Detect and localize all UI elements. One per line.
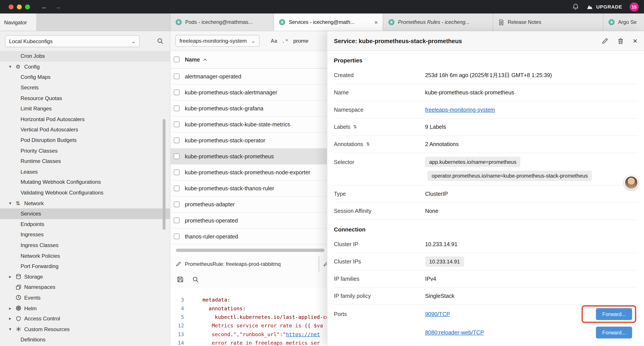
sidebar-item-port-forwarding[interactable]: Port Forwarding [0,261,170,271]
port-link[interactable]: 8080:reloader-web/TCP [425,330,484,336]
row-checkbox[interactable] [174,106,180,111]
sidebar-item-label: Storage [24,274,43,280]
sort-arrows-icon[interactable]: ⇅ [366,141,370,147]
sidebar-item-helm[interactable]: ▸Helm [0,303,170,313]
sidebar-item-vertical-pod-autoscalers[interactable]: Vertical Pod Autoscalers [0,124,170,135]
window-zoom-button[interactable] [25,4,30,9]
user-avatar[interactable] [624,176,638,190]
row-checkbox[interactable] [174,201,180,207]
sidebar-item-network[interactable]: ▾⇅Network [0,198,170,209]
sidebar-item-mutating-webhook-configurations[interactable]: Mutating Webhook Configurations [0,177,170,187]
asterisk-icon [16,326,24,332]
sidebar-item-config[interactable]: ▾⚙Config [0,61,170,72]
line-number: 4 [170,304,184,313]
sidebar-item-events[interactable]: Events [0,292,170,303]
scrollbar-thumb[interactable] [163,119,166,230]
sidebar-item-endpoints[interactable]: Endpoints [0,219,170,230]
namespace-link[interactable]: freeleaps-monitoring-system [425,107,495,113]
select-all-checkbox[interactable] [174,57,180,62]
delete-icon[interactable] [617,37,624,44]
window-close-button[interactable] [8,4,13,9]
property-row-selector: Selector app.kubernetes.io/name=promethe… [334,153,638,185]
sidebar-item-cron-jobs[interactable]: Cron Jobs [0,51,170,61]
sidebar-item-network-policies[interactable]: Network Policies [0,250,170,261]
search-input[interactable]: prome [293,38,308,44]
navigator-panel-label: Navigator [0,13,36,31]
forward-button[interactable]: Forward... [596,308,632,320]
row-checkbox[interactable] [174,233,180,239]
row-checkbox[interactable] [174,122,180,127]
sidebar-item-priority-classes[interactable]: Priority Classes [0,145,170,156]
sidebar-scrollbar[interactable] [163,119,166,230]
service-name: kube-prometheus-stack-kube-state-metrics [185,121,290,127]
chevron-expanded-icon[interactable]: ▾ [9,64,16,69]
column-header-name[interactable]: Name [185,56,207,63]
sidebar-item-access-control[interactable]: ▸Access Control [0,313,170,324]
chevron-collapsed-icon[interactable]: ▸ [9,306,16,311]
regex-toggle[interactable]: .* [282,38,289,44]
upgrade-button[interactable]: UPGRADE [587,3,622,10]
sidebar-item-namespaces[interactable]: Namespaces [0,282,170,292]
sidebar-item-runtime-classes[interactable]: Runtime Classes [0,156,170,166]
tab-pods[interactable]: Pods - icecheng@mathmas... [170,13,274,31]
edit-icon[interactable] [602,37,608,44]
chevron-expanded-icon[interactable]: ▾ [9,327,16,332]
table-horizontal-scrollbar[interactable] [170,249,327,252]
close-tab-icon[interactable]: × [372,19,378,26]
dock-tab-prometheusrule[interactable]: PrometheusRule: freeleaps-prod-rabbitmq [170,256,318,272]
sidebar-item-validating-webhook-configurations[interactable]: Validating Webhook Configurations [0,187,170,198]
history-back-button[interactable]: ← [41,3,48,10]
sidebar-item-config-maps[interactable]: Config Maps [0,72,170,82]
sidebar-item-pod-disruption-budgets[interactable]: Pod Disruption Budgets [0,135,170,145]
chevron-collapsed-icon[interactable]: ▸ [9,316,16,321]
sort-arrows-icon[interactable]: ⇅ [353,124,357,130]
upgrade-label: UPGRADE [596,4,622,10]
sidebar-item-secrets[interactable]: Secrets [0,82,170,93]
chevron-expanded-icon[interactable]: ▾ [9,201,16,206]
sidebar-item-resource-quotas[interactable]: Resource Quotas [0,93,170,103]
row-checkbox[interactable] [174,153,180,159]
notification-count-badge[interactable]: 15 [630,2,638,11]
sidebar-item-storage[interactable]: ▸Storage [0,271,170,282]
sidebar-item-horizontal-pod-autoscalers[interactable]: Horizontal Pod Autoscalers [0,114,170,124]
sidebar-item-limit-ranges[interactable]: Limit Ranges [0,103,170,114]
sidebar-item-ingresses[interactable]: Ingresses [0,230,170,240]
forward-button[interactable]: Forward... [596,327,632,338]
sidebar-item-leases[interactable]: Leases [0,166,170,177]
sidebar-item-services[interactable]: Services [0,209,170,219]
namespace-selector[interactable]: freeleaps-monitoring-system ⌄ [175,35,260,47]
property-row-created: Created 253d 16h 6m ago (2025年1月13日 GMT+… [334,67,638,84]
tab-prometheus-rules[interactable]: Prometheus Rules - icecheng... [383,13,493,31]
sidebar-item-label: Runtime Classes [20,158,61,164]
kubernetes-icon [388,19,395,25]
chevron-collapsed-icon[interactable]: ▸ [9,274,16,279]
sidebar-item-definitions[interactable]: Definitions [0,335,170,345]
history-forward-button[interactable]: → [54,3,61,10]
match-case-toggle[interactable]: Aa [271,38,277,43]
scrollbar-thumb[interactable] [176,249,324,252]
row-checkbox[interactable] [174,169,180,175]
sidebar-item-label: Access Control [24,316,60,322]
port-link[interactable]: 9090/TCP [425,311,450,317]
row-checkbox[interactable] [174,89,180,95]
tab-argo[interactable]: Argo Se [603,13,644,31]
tab-services[interactable]: Services - icecheng@math... × [274,13,383,31]
sidebar-search-icon[interactable] [157,38,164,44]
row-checkbox[interactable] [174,137,180,143]
editor-search-icon[interactable] [192,276,199,283]
column-name-label: Name [185,56,200,63]
window-minimize-button[interactable] [17,4,22,9]
notifications-bell-icon[interactable] [572,3,579,10]
property-label: Name [334,89,425,95]
sidebar-item-ingress-classes[interactable]: Ingress Classes [0,240,170,251]
row-checkbox[interactable] [174,185,180,191]
close-drawer-icon[interactable]: × [633,37,638,45]
row-checkbox[interactable] [174,73,180,79]
tab-release-notes[interactable]: Release Notes [493,13,603,31]
sidebar-item-custom-resources[interactable]: ▾Custom Resources [0,324,170,335]
row-checkbox[interactable] [174,217,180,223]
connection-section-heading: Connection [334,220,638,236]
kubeconfig-selector[interactable]: Local Kubeconfigs ⌄ [5,35,140,47]
save-icon[interactable] [177,276,184,283]
property-row-name: Name kube-prometheus-stack-prometheus [334,84,638,101]
